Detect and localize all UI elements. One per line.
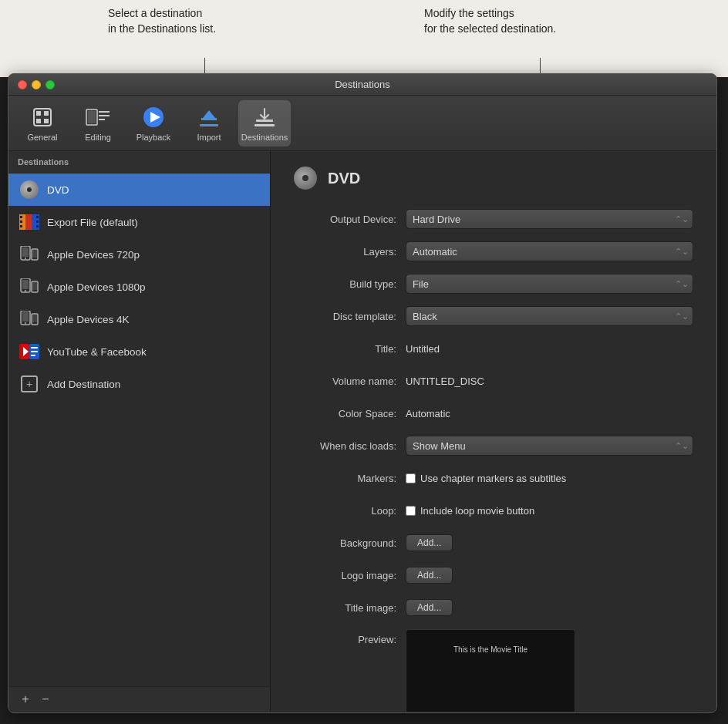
svg-point-29 (25, 258, 26, 259)
build-type-select[interactable]: File Disc (406, 274, 693, 294)
annotation-area: Select a destinationin the Destinations … (0, 0, 728, 77)
dvd-icon (19, 180, 39, 200)
when-disc-loads-row: When disc loads: Show Menu Play Movie ⌃⌄ (294, 435, 693, 456)
sidebar-item-apple-1080p[interactable]: Apple Devices 1080p (8, 271, 270, 303)
toolbar-item-editing[interactable]: Editing (72, 100, 124, 146)
disc-template-label: Disc template: (294, 311, 406, 322)
color-space-label: Color Space: (294, 408, 406, 419)
detail-panel: DVD Output Device: Hard Drive DVD Drive … (271, 151, 716, 712)
svg-rect-41 (32, 315, 37, 322)
close-button[interactable] (18, 80, 27, 89)
volume-name-value: UNTITLED_DISC (406, 375, 693, 387)
logo-image-add-button[interactable]: Add... (406, 567, 453, 584)
svg-rect-22 (20, 221, 22, 223)
sidebar-list: DVD (8, 173, 270, 686)
preview-label: Preview: (294, 629, 406, 645)
general-icon (30, 105, 55, 130)
annotation-right-text: Modify the settingsfor the selected dest… (424, 6, 556, 36)
svg-rect-12 (201, 118, 217, 120)
sidebar-item-add-destination[interactable]: + Add Destination (8, 368, 270, 400)
loop-label: Loop: (294, 505, 406, 517)
when-disc-loads-select[interactable]: Show Menu Play Movie (406, 436, 693, 456)
build-type-select-wrapper: File Disc ⌃⌄ (406, 274, 693, 294)
titlebar: Destinations (8, 74, 716, 96)
remove-button[interactable]: − (36, 692, 55, 707)
playback-icon (141, 105, 166, 130)
maximize-button[interactable] (46, 80, 55, 89)
build-type-label: Build type: (294, 278, 406, 290)
svg-marker-13 (203, 110, 215, 118)
svg-rect-1 (36, 111, 41, 116)
loop-checkbox[interactable] (406, 506, 416, 516)
markers-row: Markers: Use chapter markers as subtitle… (294, 467, 693, 489)
svg-rect-31 (32, 250, 37, 258)
markers-checkbox[interactable] (406, 473, 416, 483)
markers-label: Markers: (294, 473, 406, 484)
sidebar-item-export-file[interactable]: Export File (default) (8, 206, 270, 238)
svg-rect-4 (44, 119, 49, 123)
svg-rect-33 (22, 280, 29, 289)
import-icon (197, 105, 221, 130)
background-add-button[interactable]: Add... (406, 534, 453, 551)
add-button[interactable]: + (16, 692, 35, 707)
svg-rect-23 (20, 225, 22, 227)
layers-select-wrapper: Automatic Single Layer Dual Layer ⌃⌄ (406, 241, 693, 261)
logo-image-label: Logo image: (294, 570, 406, 581)
title-image-label: Title image: (294, 602, 406, 614)
toolbar: General Editing P (8, 96, 716, 151)
iphone-4k-icon (19, 309, 39, 329)
sidebar-item-apple-4k[interactable]: Apple Devices 4K (8, 303, 270, 335)
sidebar-item-apple-1080p-label: Apple Devices 1080p (47, 281, 146, 293)
toolbar-item-destinations[interactable]: Destinations (238, 100, 291, 146)
sidebar-item-apple-720p-label: Apple Devices 720p (47, 249, 140, 261)
output-device-select[interactable]: Hard Drive DVD Drive (406, 209, 693, 229)
svg-rect-6 (88, 111, 96, 123)
sidebar-item-youtube-label: YouTube & Facebook (47, 346, 147, 358)
minimize-button[interactable] (32, 80, 41, 89)
sidebar-footer: + − (8, 686, 270, 712)
build-type-row: Build type: File Disc ⌃⌄ (294, 273, 693, 295)
output-device-row: Output Device: Hard Drive DVD Drive ⌃⌄ (294, 208, 693, 230)
sidebar-item-youtube[interactable]: YouTube & Facebook (8, 335, 270, 368)
detail-title: DVD (328, 170, 360, 187)
youtube-icon (19, 342, 39, 362)
title-field-label: Title: (294, 343, 406, 355)
add-destination-icon: + (19, 374, 39, 394)
svg-rect-28 (22, 248, 29, 257)
sidebar-item-dvd[interactable]: DVD (8, 173, 270, 206)
when-disc-loads-select-wrapper: Show Menu Play Movie ⌃⌄ (406, 436, 693, 456)
destinations-icon (252, 105, 277, 130)
toolbar-item-import[interactable]: Import (183, 100, 235, 146)
title-value: Untitled (406, 343, 693, 355)
layers-row: Layers: Automatic Single Layer Dual Laye… (294, 241, 693, 262)
toolbar-item-general[interactable]: General (16, 100, 69, 146)
preview-title-text: This is the Movie Title (453, 645, 527, 654)
detail-header: DVD (294, 167, 693, 190)
background-label: Background: (294, 537, 406, 549)
toolbar-item-playback[interactable]: Playback (127, 100, 180, 146)
layers-select[interactable]: Automatic Single Layer Dual Layer (406, 241, 693, 261)
iphone-1080p-icon (19, 277, 39, 297)
when-disc-loads-label: When disc loads: (294, 440, 406, 452)
iphone-720p-icon (19, 244, 39, 264)
volume-name-row: Volume name: UNTITLED_DISC (294, 370, 693, 392)
svg-rect-16 (254, 124, 275, 126)
svg-rect-45 (31, 347, 38, 349)
main-window: Destinations General (8, 73, 717, 713)
sidebar-item-apple-4k-label: Apple Devices 4K (47, 314, 130, 325)
svg-rect-15 (256, 120, 273, 122)
markers-checkbox-label: Use chapter markers as subtitles (420, 473, 566, 484)
destinations-label: Destinations (241, 133, 288, 142)
color-space-row: Color Space: Automatic (294, 402, 693, 424)
markers-checkbox-row: Use chapter markers as subtitles (406, 473, 693, 484)
svg-rect-24 (36, 216, 39, 218)
sidebar-item-export-label: Export File (default) (47, 217, 138, 228)
svg-rect-25 (36, 221, 39, 223)
disc-template-select[interactable]: Black White Blue (406, 306, 693, 326)
disc-template-row: Disc template: Black White Blue ⌃⌄ (294, 305, 693, 327)
svg-point-34 (25, 290, 26, 291)
title-image-add-button[interactable]: Add... (406, 599, 453, 616)
sidebar-item-apple-720p[interactable]: Apple Devices 720p (8, 238, 270, 271)
editing-label: Editing (85, 133, 111, 142)
preview-box: This is the Movie Title ▶ • • • (406, 629, 575, 712)
